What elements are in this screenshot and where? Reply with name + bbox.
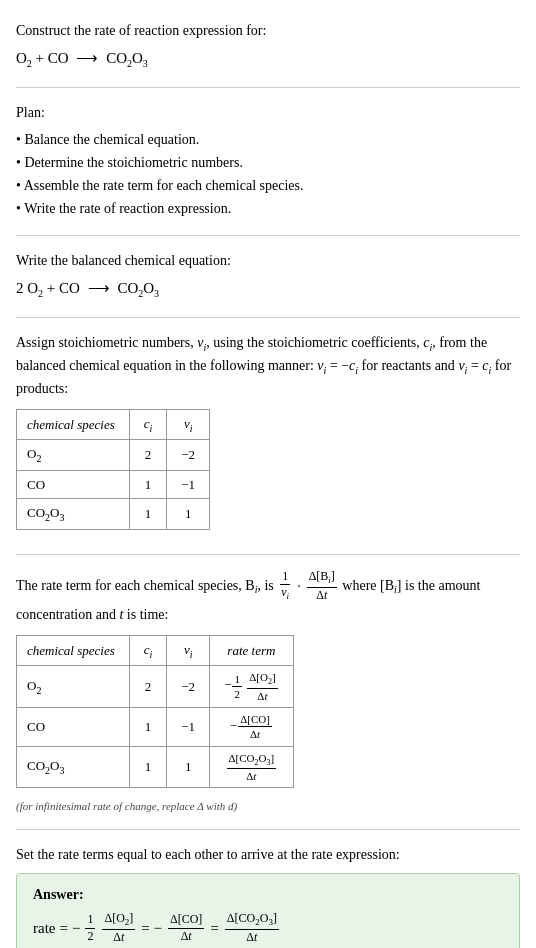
ci-co2o3: 1 [129,499,167,530]
rate-word: rate [33,917,55,940]
species-co2o3: CO2O3 [17,499,130,530]
rt-ci-co2o3: 1 [129,746,167,788]
plan-section: Plan: • Balance the chemical equation. •… [16,92,520,236]
rt-species-co2o3: CO2O3 [17,746,130,788]
half-frac: 1 2 [85,912,95,944]
plan-step-4: • Write the rate of reaction expression. [16,198,520,219]
rate-col-term: rate term [210,635,293,666]
vi-co2o3: 1 [167,499,210,530]
table-row: CO2O3 1 1 [17,499,210,530]
plan-step-2: • Determine the stoichiometric numbers. [16,152,520,173]
rt-ci-co: 1 [129,708,167,747]
stoich-col-species: chemical species [17,409,130,440]
rt-species-co: CO [17,708,130,747]
rate-col-species: chemical species [17,635,130,666]
rt-species-o2: O2 [17,666,130,708]
table-row: O2 2 −2 [17,440,210,471]
rate-note: (for infinitesimal rate of change, repla… [16,798,520,815]
rate-term-table: chemical species ci νi rate term O2 2 −2… [16,635,294,789]
stoich-table: chemical species ci νi O2 2 −2 CO 1 −1 C… [16,409,210,530]
header-section: Construct the rate of reaction expressio… [16,10,520,88]
minus-half: − [72,917,80,940]
rt-ci-o2: 2 [129,666,167,708]
species-co: CO [17,470,130,499]
co-frac: Δ[CO] Δt [168,912,204,944]
stoich-section: Assign stoichiometric numbers, νi, using… [16,322,520,555]
table-row: CO 1 −1 [17,470,210,499]
reaction-input: O2 + CO ⟶ CO2O3 [16,47,520,71]
balanced-equation: 2 O2 + CO ⟶ CO2O3 [16,277,520,301]
equals-3: = [210,917,218,940]
rt-term-co2o3: Δ[CO2O3]Δt [210,746,293,788]
rt-vi-o2: −2 [167,666,210,708]
answer-box: Answer: rate = − 1 2 Δ[O2] Δt = − Δ[CO] … [16,873,520,948]
ci-o2: 2 [129,440,167,471]
rt-term-co: −Δ[CO]Δt [210,708,293,747]
plan-step-3: • Assemble the rate term for each chemic… [16,175,520,196]
plan-step-1: • Balance the chemical equation. [16,129,520,150]
plan-steps: • Balance the chemical equation. • Deter… [16,129,520,219]
rate-col-vi: νi [167,635,210,666]
answer-section: Set the rate terms equal to each other t… [16,834,520,948]
rt-term-o2: −12 Δ[O2]Δt [210,666,293,708]
stoich-col-ci: ci [129,409,167,440]
rate-term-intro: The rate term for each chemical species,… [16,569,520,625]
o2-frac: Δ[O2] Δt [102,911,135,946]
stoich-intro: Assign stoichiometric numbers, νi, using… [16,332,520,399]
set-text: Set the rate terms equal to each other t… [16,844,520,865]
ci-co: 1 [129,470,167,499]
rate-term-section: The rate term for each chemical species,… [16,559,520,830]
balanced-section: Write the balanced chemical equation: 2 … [16,240,520,318]
rt-vi-co2o3: 1 [167,746,210,788]
construct-text: Construct the rate of reaction expressio… [16,20,520,41]
species-o2: O2 [17,440,130,471]
table-row: CO 1 −1 −Δ[CO]Δt [17,708,294,747]
table-row: CO2O3 1 1 Δ[CO2O3]Δt [17,746,294,788]
stoich-col-vi: νi [167,409,210,440]
table-row: O2 2 −2 −12 Δ[O2]Δt [17,666,294,708]
equals-1: = [59,917,67,940]
rate-col-ci: ci [129,635,167,666]
vi-co: −1 [167,470,210,499]
rate-expression: rate = − 1 2 Δ[O2] Δt = − Δ[CO] Δt = Δ[C… [33,911,503,946]
vi-o2: −2 [167,440,210,471]
answer-label: Answer: [33,884,503,905]
plan-label: Plan: [16,102,520,123]
co2o3-frac: Δ[CO2O3] Δt [225,911,279,946]
balanced-label: Write the balanced chemical equation: [16,250,520,271]
equals-2: = − [141,917,162,940]
rt-vi-co: −1 [167,708,210,747]
